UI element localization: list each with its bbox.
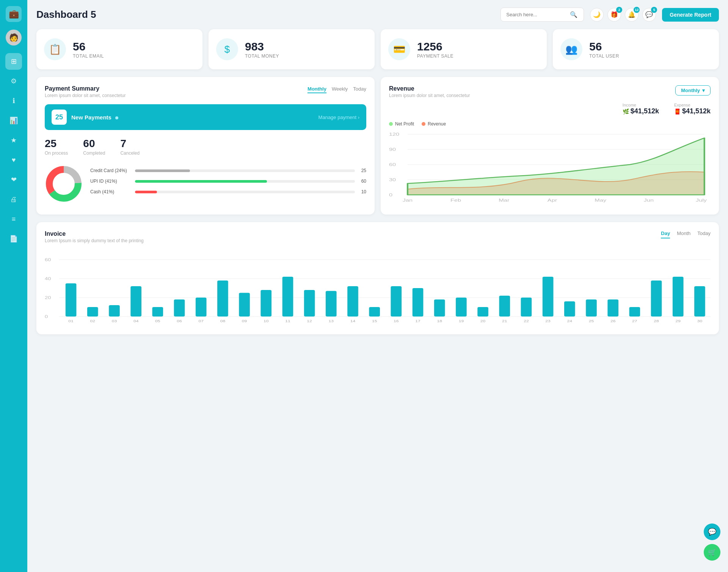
bar [391, 286, 402, 317]
svg-text:Apr: Apr [548, 198, 557, 202]
bar [87, 307, 98, 317]
gift-icon-btn[interactable]: 🎁 2 [607, 8, 621, 22]
method-bar-fill [135, 180, 267, 183]
bar [543, 277, 554, 317]
payment-stats: 25On process60Completed7Canceled [45, 138, 366, 156]
invoice-tab-day[interactable]: Day [661, 230, 670, 238]
svg-text:24: 24 [567, 319, 573, 323]
method-value: 60 [358, 179, 366, 184]
stat-label-payment: PAYMENT SALE [417, 53, 453, 59]
svg-text:08: 08 [220, 319, 226, 323]
svg-text:60: 60 [389, 163, 396, 167]
main-content: Dashboard 5 🔍 🌙 🎁 2 🔔 12 💬 5 Generate Re… [27, 0, 728, 572]
invoice-tab-today[interactable]: Today [697, 230, 711, 238]
sidebar-item-list[interactable]: ≡ [5, 211, 22, 227]
bar [456, 298, 467, 317]
bar [413, 288, 424, 317]
svg-text:60: 60 [45, 257, 51, 262]
payment-tab-weekly[interactable]: Weekly [332, 85, 348, 93]
payment-tab-monthly[interactable]: Monthly [308, 85, 326, 93]
svg-text:04: 04 [133, 319, 139, 323]
stat-card-payment: 💳 1256 PAYMENT SALE [381, 29, 547, 69]
svg-text:23: 23 [545, 319, 551, 323]
revenue-monthly-dropdown[interactable]: Monthly ▾ [675, 85, 711, 96]
payment-summary-header: Payment Summary Lorem ipsum dolor sit am… [45, 85, 366, 98]
bar [326, 291, 337, 317]
bar [434, 299, 445, 317]
sidebar-item-settings[interactable]: ⚙ [5, 73, 22, 89]
bar [239, 293, 250, 317]
sidebar-item-doc[interactable]: 📄 [5, 230, 22, 247]
svg-text:05: 05 [155, 319, 160, 323]
bar [260, 290, 271, 317]
panels-row: Payment Summary Lorem ipsum dolor sit am… [36, 77, 719, 215]
generate-report-button[interactable]: Generate Report [662, 8, 719, 22]
stat-card-user: 👥 56 TOTAL USER [553, 29, 719, 69]
bar [369, 307, 380, 317]
svg-text:0: 0 [45, 314, 48, 319]
invoice-tab-month[interactable]: Month [677, 230, 690, 238]
search-box[interactable]: 🔍 [500, 8, 584, 22]
payment-method-row: Credit Card (24%) 25 [90, 168, 366, 173]
svg-text:Jan: Jan [403, 198, 413, 202]
svg-text:16: 16 [394, 319, 399, 323]
sidebar: 💼 🧑 ⊞ ⚙ ℹ 📊 ★ ♥ ❤ 🖨 ≡ 📄 [0, 0, 27, 572]
svg-text:17: 17 [415, 319, 420, 323]
svg-text:90: 90 [389, 147, 396, 152]
svg-text:27: 27 [632, 319, 637, 323]
sidebar-item-heart2[interactable]: ❤ [5, 171, 22, 188]
payment-stat-completed: 60Completed [83, 138, 105, 156]
gift-badge: 2 [616, 7, 622, 13]
expense-item: Expense 🧧 $41,512k [674, 103, 711, 115]
bell-icon-btn[interactable]: 🔔 12 [625, 8, 639, 22]
bar [586, 299, 597, 317]
support-fab[interactable]: 💬 [704, 523, 720, 540]
manage-payment-link[interactable]: Manage payment › [318, 114, 359, 120]
bar [477, 307, 488, 317]
cart-fab[interactable]: 🛒 [704, 544, 720, 561]
search-icon: 🔍 [570, 11, 577, 18]
revenue-panel: Revenue Lorem ipsum dolor sit amet, cons… [381, 77, 719, 215]
svg-text:29: 29 [675, 319, 681, 323]
stat-number-user: 56 [589, 40, 619, 53]
payment-summary-subtitle: Lorem ipsum dolor sit amet, consectetur [45, 93, 126, 98]
payment-summary-title: Payment Summary [45, 85, 126, 92]
bar [629, 307, 640, 317]
svg-text:26: 26 [610, 319, 616, 323]
legend-label: Revenue [428, 121, 446, 127]
svg-text:01: 01 [68, 319, 74, 323]
bar [282, 277, 293, 317]
sidebar-item-info[interactable]: ℹ [5, 92, 22, 109]
sidebar-item-heart[interactable]: ♥ [5, 152, 22, 168]
svg-text:18: 18 [437, 319, 442, 323]
search-input[interactable] [506, 12, 567, 17]
payment-method-row: UPI ID (41%) 60 [90, 179, 366, 184]
legend-dot [389, 122, 393, 126]
sidebar-item-print[interactable]: 🖨 [5, 191, 22, 208]
sidebar-item-star[interactable]: ★ [5, 132, 22, 149]
stat-info-email: 56 TOTAL EMAIL [73, 40, 104, 59]
revenue-legend: Net ProfitRevenue [389, 121, 711, 127]
bar [347, 286, 358, 317]
svg-text:July: July [696, 198, 707, 202]
sidebar-item-dashboard[interactable]: ⊞ [5, 53, 22, 70]
user-avatar[interactable]: 🧑 [6, 30, 22, 45]
svg-text:12: 12 [307, 319, 312, 323]
stat-info-money: 983 TOTAL MONEY [245, 40, 279, 59]
svg-text:30: 30 [697, 319, 703, 323]
new-payments-bar: 25 New Payments Manage payment › [45, 104, 366, 130]
method-bar-fill [135, 191, 157, 193]
stat-label-user: TOTAL USER [589, 53, 619, 59]
donut-chart [45, 165, 83, 203]
bar [304, 290, 315, 317]
bar [607, 299, 618, 317]
chat-icon-btn[interactable]: 💬 5 [642, 8, 656, 22]
bar [651, 281, 662, 317]
bar [66, 284, 77, 317]
sidebar-item-chart[interactable]: 📊 [5, 112, 22, 129]
new-payments-left: 25 New Payments [52, 110, 118, 125]
payment-tab-today[interactable]: Today [353, 85, 366, 93]
new-payments-label: New Payments [71, 114, 118, 121]
theme-toggle[interactable]: 🌙 [590, 8, 604, 22]
svg-text:09: 09 [242, 319, 247, 323]
